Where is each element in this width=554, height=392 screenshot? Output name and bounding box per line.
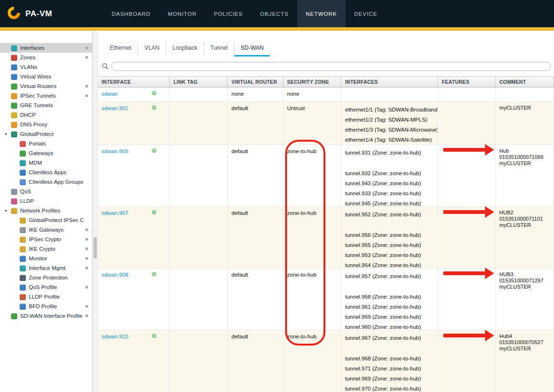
- member-interface: tunnel.943 (Zone: zone-to-hub): [345, 179, 434, 189]
- gear-icon[interactable]: ⚙: [151, 104, 157, 111]
- member-interface: tunnel.969 (Zone: zone-to-hub): [345, 374, 434, 384]
- col-interfaces[interactable]: INTERFACES: [341, 77, 438, 87]
- table-row-sdwan[interactable]: sdwan ⚙ none none: [98, 88, 554, 102]
- interface-link[interactable]: sdwan: [102, 91, 117, 97]
- nav-device[interactable]: DEVICE: [346, 0, 386, 27]
- sidebar-item-label: DHCP: [20, 112, 83, 118]
- interface-link[interactable]: sdwan.908: [102, 272, 128, 278]
- nav-objects[interactable]: OBJECTS: [252, 0, 297, 27]
- sidebar-item-ike-crypto[interactable]: ▾ IKE Crypto: [0, 244, 92, 254]
- comment-cell: HUB2 015351000071101 myCLUSTER: [496, 207, 554, 268]
- nav-network[interactable]: NETWORK: [297, 0, 346, 27]
- interface-cell: sdwan.907 ⚙: [98, 207, 170, 268]
- sidebar-item-lldp-profile[interactable]: ▾ LLDP Profile: [0, 292, 92, 302]
- sidebar-item-interface-mgmt[interactable]: ▾ Interface Mgmt: [0, 263, 92, 273]
- col-link-tag[interactable]: LINK TAG: [170, 77, 228, 87]
- interfaces-cell: tunnel.952 (Zone: zone-to-hub) tunnel.95…: [341, 207, 438, 268]
- sidebar-item-bfd-profile[interactable]: ▾ BFD Profile: [0, 302, 92, 311]
- interface-link[interactable]: sdwan.910: [102, 334, 128, 339]
- virtual-routers-icon: [11, 83, 17, 90]
- comment-line: HUB3: [499, 271, 550, 278]
- sidebar-item-mdm[interactable]: ▾ MDM: [0, 158, 92, 168]
- features-cell: [438, 330, 496, 392]
- sidebar-item-zones[interactable]: ▾ Zones: [0, 53, 92, 62]
- search-icon: [102, 63, 109, 70]
- col-comment[interactable]: COMMENT: [496, 77, 554, 87]
- comment-line: 015351000071099: [499, 154, 550, 160]
- sidebar-item-virtual-routers[interactable]: ▾ Virtual Routers: [0, 81, 92, 91]
- sidebar-item-portals[interactable]: ▾ Portals: [0, 139, 92, 148]
- tab-loopback[interactable]: Loopback: [166, 42, 204, 56]
- gear-icon[interactable]: ⚙: [151, 271, 157, 278]
- expand-arrow-icon[interactable]: ▾: [5, 132, 11, 136]
- interface-link[interactable]: sdwan.907: [102, 210, 128, 216]
- sidebar-item-zone-protection[interactable]: ▾ Zone Protection: [0, 273, 92, 282]
- table-row-sdwan-910[interactable]: sdwan.910 ⚙ default zone-to-hub tunnel.9…: [98, 330, 554, 392]
- sidebar-item-clientless-app-groups[interactable]: ▾ Clientless App Groups: [0, 177, 92, 187]
- expand-arrow-icon[interactable]: ▾: [5, 208, 11, 213]
- features-cell: [438, 88, 496, 101]
- filter-input[interactable]: [111, 62, 551, 71]
- sidebar-item-interfaces[interactable]: ▾ Interfaces: [0, 43, 92, 53]
- sidebar-item-dhcp[interactable]: ▾ DHCP: [0, 110, 92, 120]
- status-dot: [85, 286, 88, 289]
- tab-vlan[interactable]: VLAN: [138, 42, 165, 56]
- sidebar-item-label: Virtual Wires: [20, 74, 83, 79]
- qos-icon: [11, 189, 17, 195]
- sidebar-item-dns-proxy[interactable]: ▾ DNS Proxy: [0, 120, 92, 129]
- sidebar-item-ipsec-crypto[interactable]: ▾ IPSec Crypto: [0, 235, 92, 244]
- sidebar-item-monitor[interactable]: ▾ Monitor: [0, 254, 92, 263]
- sidebar-item-label: SD-WAN Interface Profile: [20, 313, 83, 319]
- table-header-row: INTERFACE LINK TAG VIRTUAL ROUTER SECURI…: [98, 77, 554, 88]
- table-row-sdwan-901[interactable]: sdwan.901 ⚙ default Untrust ethernet1/1 …: [98, 102, 554, 145]
- sidebar-item-virtual-wires[interactable]: ▾ Virtual Wires: [0, 72, 92, 81]
- virtual-router-cell: default: [228, 102, 283, 145]
- nav-policies[interactable]: POLICIES: [205, 0, 251, 27]
- sidebar-item-globalprotect-ipsec-crypto[interactable]: ▾ GlobalProtect IPSec Crypto: [0, 215, 92, 225]
- sidebar-item-network-profiles[interactable]: ▾ Network Profiles: [0, 206, 92, 215]
- table-row-sdwan-907[interactable]: sdwan.907 ⚙ default zone-to-hub tunnel.9…: [98, 207, 554, 269]
- sidebar-item-ike-gateways[interactable]: ▾ IKE Gateways: [0, 225, 92, 235]
- sidebar-item-sd-wan-interface-profile[interactable]: ▾ SD-WAN Interface Profile: [0, 311, 92, 321]
- link-tag-cell: [170, 207, 228, 268]
- sidebar-item-label: Clientless App Groups: [29, 179, 83, 185]
- table-row-sdwan-908[interactable]: sdwan.908 ⚙ default zone-to-hub tunnel.9…: [98, 269, 554, 330]
- col-security-zone[interactable]: SECURITY ZONE: [283, 77, 341, 87]
- comment-cell: Hub 015351000071099 myCLUSTER: [496, 145, 554, 206]
- interface-link[interactable]: sdwan.901: [102, 105, 128, 111]
- status-dot: [85, 228, 88, 231]
- col-interface[interactable]: INTERFACE: [98, 77, 170, 87]
- table-row-sdwan-905[interactable]: sdwan.905 ⚙ default zone-to-hub tunnel.9…: [98, 145, 554, 207]
- sidebar-item-label: IKE Crypto: [29, 246, 83, 252]
- sidebar-item-qos[interactable]: ▾ QoS: [0, 187, 92, 196]
- interface-link[interactable]: sdwan.905: [102, 148, 128, 154]
- gear-icon[interactable]: ⚙: [151, 90, 157, 97]
- nav-dashboard[interactable]: DASHBOARD: [103, 0, 159, 27]
- sidebar-item-globalprotect[interactable]: ▾ GlobalProtect: [0, 129, 92, 139]
- pa-vm-app: PA-VM DASHBOARD MONITOR POLICIES OBJECTS…: [0, 0, 554, 392]
- tab-tunnel[interactable]: Tunnel: [204, 42, 234, 56]
- col-features[interactable]: FEATURES: [438, 77, 496, 87]
- qos-profile-icon: [20, 284, 26, 291]
- sidebar-item-gateways[interactable]: ▾ Gateways: [0, 148, 92, 158]
- sidebar-item-gre-tunnels[interactable]: ▾ GRE Tunnels: [0, 101, 92, 110]
- bfd-profile-icon: [20, 303, 26, 310]
- status-dot: [85, 305, 88, 308]
- sidebar-item-label: LLDP: [20, 198, 83, 204]
- gear-icon[interactable]: ⚙: [151, 209, 157, 216]
- sidebar-item-vlans[interactable]: ▾ VLANs: [0, 62, 92, 72]
- gear-icon[interactable]: ⚙: [151, 147, 157, 154]
- sidebar-item-qos-profile[interactable]: ▾ QoS Profile: [0, 282, 92, 292]
- sidebar-item-clientless-apps[interactable]: ▾ Clientless Apps: [0, 168, 92, 177]
- tab-sdwan[interactable]: SD-WAN: [234, 42, 270, 56]
- sidebar-item-ipsec-tunnels[interactable]: ▾ IPSec Tunnels: [0, 91, 92, 101]
- nav-monitor[interactable]: MONITOR: [159, 0, 205, 27]
- tab-ethernet[interactable]: Ethernet: [104, 42, 138, 56]
- member-interface: tunnel.961 (Zone: zone-to-hub): [345, 302, 434, 312]
- col-virtual-router[interactable]: VIRTUAL ROUTER: [228, 77, 283, 87]
- sidebar-item-lldp[interactable]: ▾ LLDP: [0, 196, 92, 206]
- scrollbar-thumb[interactable]: [93, 237, 97, 258]
- status-dot: [85, 247, 88, 250]
- sidebar-scrollbar[interactable]: [92, 31, 98, 392]
- gear-icon[interactable]: ⚙: [151, 333, 157, 339]
